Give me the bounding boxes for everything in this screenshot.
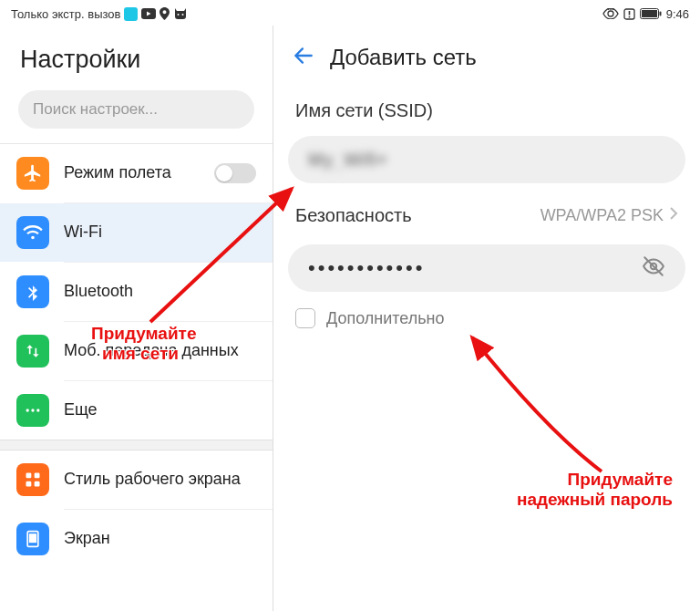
- sidebar-item-airplane[interactable]: Режим полета: [0, 144, 273, 202]
- svg-rect-14: [26, 482, 32, 487]
- svg-rect-13: [35, 473, 40, 479]
- password-value: ••••••••••••: [308, 256, 642, 280]
- svg-rect-8: [659, 12, 661, 16]
- security-label: Безопасность: [295, 205, 412, 226]
- app-icon-1: [124, 7, 138, 21]
- settings-sidebar: Настройки Поиск настроек... Режим полета: [0, 26, 273, 611]
- security-row[interactable]: Безопасность WPA/WPA2 PSK: [283, 196, 691, 239]
- sidebar-item-bluetooth[interactable]: Bluetooth: [0, 263, 273, 321]
- svg-point-10: [31, 409, 34, 411]
- svg-rect-15: [35, 482, 40, 487]
- sidebar-label-home-style: Стиль рабочего экрана: [64, 470, 256, 490]
- svg-point-9: [26, 409, 29, 411]
- alert-icon: [623, 8, 635, 20]
- ssid-input[interactable]: My_Wifi+: [288, 136, 685, 183]
- detail-title: Добавить сеть: [330, 45, 477, 70]
- svg-rect-4: [628, 11, 630, 16]
- battery-icon: [640, 8, 662, 19]
- sidebar-label-mobile-data: Моб. передача данных: [64, 341, 256, 361]
- svg-point-11: [36, 409, 39, 411]
- airplane-toggle[interactable]: [214, 163, 256, 183]
- back-icon[interactable]: [292, 44, 315, 71]
- display-icon: [16, 523, 49, 555]
- svg-rect-12: [26, 473, 32, 479]
- sidebar-item-wifi[interactable]: Wi-Fi: [0, 203, 273, 262]
- mobile-data-icon: [16, 335, 49, 368]
- advanced-label: Дополнительно: [326, 309, 445, 328]
- clock: 9:46: [666, 7, 689, 21]
- more-icon: [16, 394, 49, 427]
- sidebar-item-mobile-data[interactable]: Моб. передача данных: [0, 322, 273, 380]
- sidebar-item-home-style[interactable]: Стиль рабочего экрана: [0, 450, 273, 509]
- status-bar: Только экстр. вызов 9:46: [0, 0, 700, 26]
- svg-rect-17: [29, 533, 36, 543]
- chevron-right-icon: [669, 206, 678, 225]
- sidebar-label-display: Экран: [64, 529, 256, 549]
- search-placeholder: Поиск настроек...: [33, 100, 158, 119]
- search-input[interactable]: Поиск настроек...: [18, 90, 254, 129]
- eye-off-icon[interactable]: [642, 254, 665, 282]
- advanced-row[interactable]: Дополнительно: [283, 305, 691, 332]
- password-input[interactable]: ••••••••••••: [288, 244, 685, 292]
- svg-point-2: [182, 14, 184, 16]
- home-style-icon: [16, 463, 49, 496]
- sidebar-label-wifi: Wi-Fi: [64, 223, 256, 243]
- svg-rect-5: [628, 16, 630, 17]
- cat-icon: [173, 7, 188, 20]
- location-icon: [160, 7, 170, 20]
- eye-status-icon: [602, 8, 619, 19]
- carrier-text: Только экстр. вызов: [11, 7, 120, 21]
- bluetooth-icon: [16, 275, 49, 308]
- sidebar-label-airplane: Режим полета: [64, 163, 200, 183]
- detail-pane: Добавить сеть Имя сети (SSID) My_Wifi+ Б…: [273, 26, 700, 611]
- wifi-icon: [16, 216, 49, 249]
- ssid-label: Имя сети (SSID): [283, 86, 691, 130]
- youtube-icon: [141, 8, 156, 19]
- advanced-checkbox[interactable]: [295, 308, 315, 328]
- sidebar-label-more: Еще: [64, 400, 256, 420]
- ssid-value: My_Wifi+: [308, 150, 387, 171]
- security-value: WPA/WPA2 PSK: [540, 206, 664, 225]
- svg-point-1: [178, 14, 180, 16]
- svg-rect-7: [642, 10, 657, 17]
- sidebar-item-display[interactable]: Экран: [0, 510, 273, 568]
- airplane-icon: [16, 157, 49, 190]
- sidebar-label-bluetooth: Bluetooth: [64, 282, 256, 302]
- sidebar-item-more[interactable]: Еще: [0, 381, 273, 440]
- page-title: Настройки: [0, 26, 273, 90]
